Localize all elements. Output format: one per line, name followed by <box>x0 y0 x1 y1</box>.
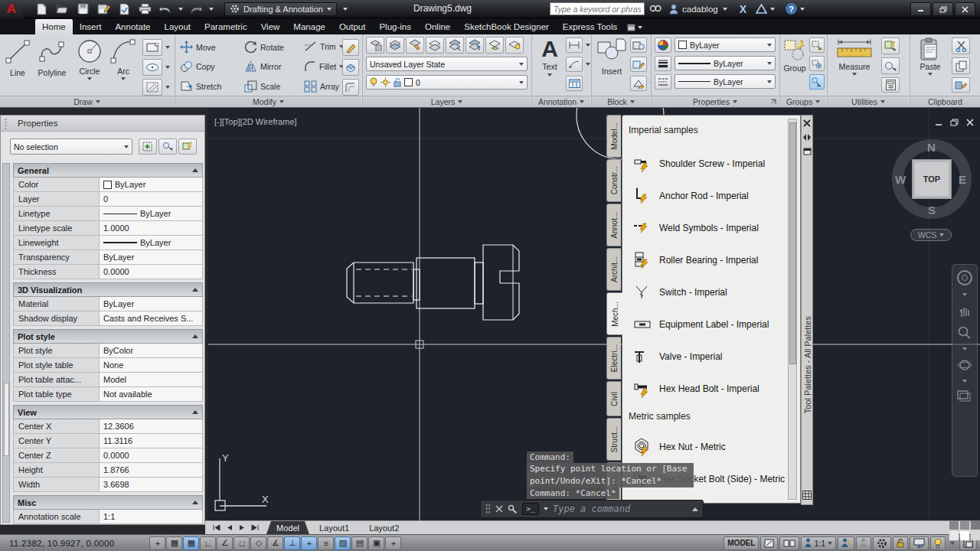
layer-dropdown[interactable]: 0 <box>366 75 528 90</box>
pan-hand-icon[interactable] <box>957 303 972 318</box>
paste-button[interactable]: Paste <box>915 37 946 76</box>
create-block-button[interactable] <box>630 37 647 53</box>
hardware-acceleration-button[interactable] <box>910 536 929 550</box>
circle-dropdown-arrow[interactable] <box>87 77 92 80</box>
dimension-dropdown-arrow[interactable] <box>586 44 590 47</box>
panel-title-block[interactable]: Block <box>592 96 650 107</box>
quick-view-drawings-button[interactable] <box>779 536 799 550</box>
zoom-icon[interactable] <box>957 325 972 341</box>
tab-insert[interactable]: Insert <box>73 19 109 34</box>
plot-icon[interactable] <box>137 2 152 16</box>
prop-row-center-y[interactable]: Center Y11.3116 <box>13 434 203 448</box>
section-misc[interactable]: Misc <box>13 495 203 510</box>
annotation-monitor-toggle[interactable]: + <box>385 536 401 550</box>
group-button[interactable]: Group <box>782 37 808 73</box>
lineweight-list-button[interactable] <box>655 56 671 71</box>
polyline-button[interactable]: Polyline <box>34 37 70 77</box>
prop-row-shadow-display[interactable]: Shadow displayCasts and Receives S... <box>13 311 203 326</box>
tool-valve[interactable]: Valve - Imperial <box>633 345 794 368</box>
tool-palette-scrollbar[interactable] <box>788 119 797 500</box>
viewcube-north[interactable]: N <box>927 141 936 154</box>
ellipse-dropdown-arrow[interactable] <box>165 66 170 69</box>
prop-row-center-x[interactable]: Center X12.3606 <box>13 419 203 434</box>
insert-block-button[interactable]: Insert <box>595 37 629 76</box>
isolate-objects-button[interactable] <box>930 536 946 550</box>
prop-row-color[interactable]: ColorByLayer <box>13 178 203 192</box>
close-button[interactable] <box>955 2 975 16</box>
infer-constraints-toggle[interactable]: + <box>149 536 165 550</box>
line-button[interactable]: Line <box>3 37 32 77</box>
mirror-button[interactable]: Mirror <box>244 60 281 73</box>
tab-output[interactable]: Output <box>332 19 373 34</box>
ortho-mode-toggle[interactable]: ∟ <box>200 536 216 550</box>
layer-freeze-icon[interactable] <box>446 37 464 54</box>
hatch-tool[interactable] <box>142 79 170 96</box>
text-button[interactable]: A Text <box>535 36 564 77</box>
leader-icon[interactable] <box>566 57 583 72</box>
orbit-icon[interactable] <box>957 357 972 373</box>
prop-row-center-z[interactable]: Center Z0.0000 <box>13 448 203 463</box>
prop-row-lineweight[interactable]: LineweightByLayer <box>13 236 203 250</box>
table-button[interactable] <box>566 76 583 91</box>
search-icon[interactable] <box>649 4 662 14</box>
layer-off-icon[interactable] <box>505 37 524 54</box>
array-button[interactable]: Array <box>304 80 347 93</box>
search-input[interactable] <box>550 2 645 15</box>
palette-tab-architectural[interactable]: Archit... <box>606 248 621 291</box>
tab-layout2[interactable]: Layout2 <box>359 521 409 534</box>
panel-title-modify[interactable]: Modify <box>175 96 361 107</box>
quick-select-palette-button[interactable] <box>178 139 197 155</box>
rotate-button[interactable]: Rotate <box>244 41 284 54</box>
help-icon[interactable]: ? <box>786 3 797 15</box>
move-button[interactable]: Move <box>180 41 216 54</box>
command-bar-grip[interactable] <box>485 504 491 514</box>
tab-express-tools[interactable]: Express Tools <box>556 19 624 34</box>
polar-tracking-toggle[interactable]: ∠ <box>217 536 233 550</box>
panel-title-utilities[interactable]: Utilities <box>828 96 909 107</box>
tool-switch[interactable]: Switch - Imperial <box>633 281 794 304</box>
hatch-icon[interactable] <box>142 79 162 96</box>
selection-dropdown[interactable]: No selection <box>10 139 132 155</box>
tab-layout1[interactable]: Layout1 <box>309 521 359 534</box>
match-properties-button[interactable] <box>952 77 970 93</box>
annotation-scale-button[interactable]: 1:1 <box>801 536 836 550</box>
exchange-apps-icon[interactable]: X <box>740 3 746 15</box>
command-input[interactable]: Type a command <box>553 504 688 514</box>
object-snap-tracking-toggle[interactable]: ∡ <box>267 536 283 550</box>
palette-tab-structural[interactable]: Struct... <box>606 418 621 461</box>
lineweight-dropdown[interactable]: ByLayer <box>675 56 776 70</box>
coordinate-readout[interactable]: 11.2382, 10.9927, 0.0000 <box>9 539 114 548</box>
redo-dropdown-arrow[interactable] <box>209 8 214 11</box>
section-plot-style[interactable]: Plot style <box>13 329 203 344</box>
restore-button[interactable] <box>933 2 953 16</box>
recent-commands-arrow[interactable] <box>544 507 548 510</box>
viewcube-east[interactable]: E <box>959 173 966 186</box>
ribbon-minimize-control[interactable] <box>627 24 642 31</box>
quick-calculator-button[interactable] <box>881 77 900 93</box>
annotation-visibility-button[interactable] <box>838 536 854 550</box>
lineweight-toggle[interactable]: ≡ <box>318 536 334 550</box>
next-tab-icon[interactable] <box>239 524 245 531</box>
section-3d-visualization[interactable]: 3D Visualization <box>13 282 203 297</box>
explode-button[interactable] <box>342 59 359 76</box>
tool-palette-close-icon[interactable] <box>803 119 811 127</box>
application-menu-button[interactable]: A <box>0 0 23 18</box>
palette-tab-modeling[interactable]: Model... <box>606 115 621 158</box>
recent-commands-button[interactable]: >_ <box>522 503 539 515</box>
prop-row-transparency[interactable]: TransparencyByLayer <box>13 250 203 265</box>
3d-object-snap-toggle[interactable]: ◇ <box>250 536 266 550</box>
object-snap-toggle[interactable]: □ <box>234 536 250 550</box>
tab-parametric[interactable]: Parametric <box>198 19 254 34</box>
tab-online[interactable]: Online <box>418 19 457 34</box>
redo-icon[interactable] <box>188 2 204 16</box>
save-icon[interactable] <box>75 2 90 16</box>
properties-palette-titlebar[interactable]: Properties <box>1 116 204 132</box>
panel-launcher-icon[interactable] <box>770 99 776 105</box>
snap-mode-toggle[interactable]: ▦ <box>166 536 182 550</box>
define-attributes-icon[interactable] <box>630 76 647 91</box>
model-space-button[interactable]: MODEL <box>724 536 759 550</box>
layer-unlock-icon[interactable] <box>394 77 401 87</box>
group-selection-toggle[interactable] <box>809 74 825 90</box>
workspace-switching-button[interactable] <box>873 536 891 550</box>
user-dropdown-arrow[interactable] <box>723 8 727 11</box>
